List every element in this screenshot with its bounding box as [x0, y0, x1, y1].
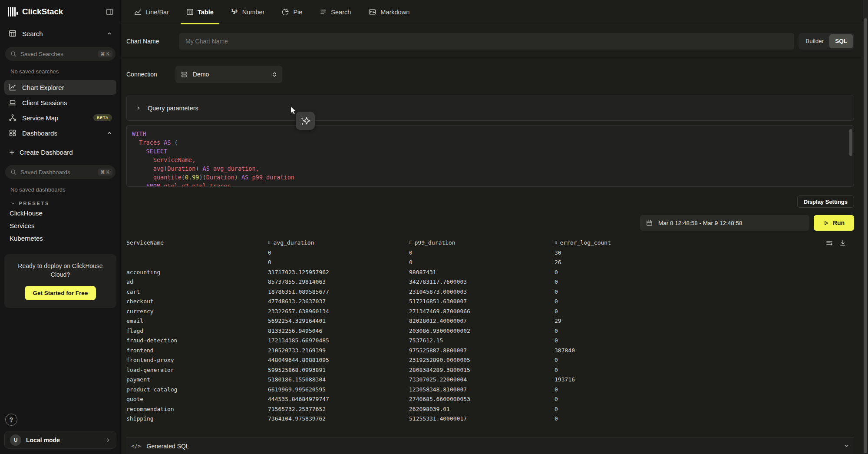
table-cell: 517216851.6300007: [409, 297, 554, 307]
logo-row: ClickStack: [4, 0, 116, 17]
table-cell: frontend: [126, 346, 268, 356]
table-cell: 2740685.6600000053: [409, 394, 554, 404]
magnifier-icon: [10, 51, 17, 57]
date-range-picker[interactable]: Mar 8 12:48:58 - Mar 9 12:48:58: [640, 215, 809, 231]
search-section-icon: [9, 30, 17, 37]
table-settings-icon[interactable]: [826, 239, 833, 246]
sidebar: ClickStack Search Saved Searches ⌘ K No …: [0, 0, 121, 454]
chart-line-icon: [9, 83, 17, 91]
table-cell: cart: [126, 287, 268, 297]
table-cell: 5692254.329164401: [268, 316, 409, 326]
svg-text:3: 3: [235, 9, 237, 13]
tab-table[interactable]: Table: [186, 0, 214, 24]
mode-sql-button[interactable]: SQL: [829, 34, 853, 48]
mouse-cursor: [289, 106, 298, 118]
table-cell: 82028012.40000007: [409, 316, 554, 326]
table-cell: 0: [554, 385, 868, 395]
editor-scrollbar[interactable]: [849, 129, 852, 156]
chart-name-label: Chart Name: [126, 38, 170, 45]
table-cell: 0: [554, 365, 868, 375]
table-cell: flagd: [126, 326, 268, 336]
chevron-up-icon[interactable]: [107, 130, 112, 136]
run-label: Run: [833, 219, 845, 226]
sidebar-item-dashboards[interactable]: Dashboards: [4, 126, 116, 140]
mode-builder-button[interactable]: Builder: [800, 34, 829, 48]
download-icon[interactable]: [839, 239, 846, 246]
shortcut-badge: ⌘ K: [98, 50, 112, 57]
ai-assist-button[interactable]: [296, 112, 315, 130]
table-header-error-log-count[interactable]: ⠿error_log_count: [554, 238, 868, 248]
chart-name-input[interactable]: My Chart Name: [179, 33, 794, 50]
tab-pie[interactable]: Pie: [282, 0, 302, 24]
sidebar-item-chart-explorer[interactable]: Chart Explorer: [4, 80, 116, 95]
sidebar-collapse-icon[interactable]: [106, 8, 114, 16]
sql-line: avg(Duration) AS avg_duration,: [132, 164, 854, 173]
table-header-p99-duration[interactable]: ⠿p99_duration: [409, 238, 554, 248]
preset-services[interactable]: Services: [4, 219, 116, 232]
table-cell: 123058348.8100007: [409, 385, 554, 395]
page-scrollbar-thumb[interactable]: [864, 18, 867, 453]
sql-code: WITH Traces AS ( SELECT ServiceName, avg…: [127, 126, 854, 187]
table-cell: 31717023.125957962: [268, 268, 409, 278]
table-cell: [126, 258, 268, 268]
sql-editor[interactable]: WITH Traces AS ( SELECT ServiceName, avg…: [126, 125, 854, 187]
beta-badge: BETA: [93, 114, 112, 121]
run-button[interactable]: Run: [814, 215, 854, 231]
generated-sql-accordion[interactable]: </> Generated SQL: [126, 437, 854, 454]
cloud-promo-card: Ready to deploy on ClickHouse Cloud? Get…: [4, 254, 116, 308]
tab-markdown[interactable]: Markdown: [368, 0, 409, 24]
table-cell: 2808384289.3800015: [409, 365, 554, 375]
no-saved-dashboards-text: No saved dashboards: [10, 186, 116, 193]
chart-name-placeholder: My Chart Name: [185, 38, 228, 45]
table-cell: 342783117.7600003: [409, 277, 554, 287]
table-cell: email: [126, 316, 268, 326]
sidebar-item-service-map[interactable]: Service MapBETA: [4, 110, 116, 125]
table-cell: 271347469.87000066: [409, 307, 554, 317]
table-cell: 0: [554, 414, 868, 424]
presets-toggle[interactable]: PRESETS: [10, 201, 116, 206]
get-started-button[interactable]: Get Started for Free: [25, 286, 96, 300]
chevron-up-icon[interactable]: [107, 31, 112, 36]
drag-handle-icon[interactable]: ⠿: [409, 238, 412, 248]
saved-searches-input[interactable]: Saved Searches ⌘ K: [5, 47, 116, 61]
table-cell: 26: [554, 258, 868, 268]
table-icon: [186, 8, 194, 16]
table-cell: fraud-detection: [126, 336, 268, 346]
table-cell: 0: [409, 248, 554, 258]
table-cell: 51255331.40000017: [409, 414, 554, 424]
create-dashboard-button[interactable]: Create Dashboard: [4, 146, 116, 159]
play-icon: [823, 220, 829, 226]
table-cell: 98087431: [409, 268, 554, 278]
table-header-servicename[interactable]: ServiceName: [126, 238, 268, 248]
help-button[interactable]: ?: [5, 414, 17, 426]
query-parameters-accordion[interactable]: Query parameters: [126, 96, 854, 121]
preset-kubernetes[interactable]: Kubernetes: [4, 232, 116, 245]
table-header-avg-duration[interactable]: ⠿avg_duration: [268, 238, 409, 248]
date-range-value: Mar 8 12:48:58 - Mar 9 12:48:58: [658, 220, 743, 226]
display-settings-button[interactable]: Display Settings: [797, 196, 854, 208]
drag-handle-icon[interactable]: ⠿: [554, 238, 557, 248]
tab-number[interactable]: 123Number: [231, 0, 265, 24]
connection-select[interactable]: Demo: [175, 66, 282, 83]
table-cell: 172134385.66970485: [268, 336, 409, 346]
tab-search[interactable]: Search: [320, 0, 351, 24]
results-table-wrap: ServiceName⠿avg_duration⠿p99_duration⠿er…: [126, 238, 868, 424]
sidebar-item-search[interactable]: Search: [4, 26, 116, 41]
preset-clickhouse[interactable]: ClickHouse: [4, 207, 116, 219]
table-cell: 231045873.0000003: [409, 287, 554, 297]
table-cell: 0: [268, 258, 409, 268]
table-cell: currency: [126, 307, 268, 317]
table-cell: 23322657.638960134: [268, 307, 409, 317]
drag-handle-icon[interactable]: ⠿: [268, 238, 271, 248]
sidebar-item-client-sessions[interactable]: Client Sessions: [4, 95, 116, 110]
page-scrollbar[interactable]: [863, 0, 868, 454]
table-cell: recommendation: [126, 404, 268, 414]
table-cell: 85737855.29814063: [268, 277, 409, 287]
tab-label: Markdown: [380, 9, 409, 16]
table-cell: 975525887.8800007: [409, 346, 554, 356]
tab-line-bar[interactable]: Line/Bar: [134, 0, 169, 24]
table-cell: 18786351.089585677: [268, 287, 409, 297]
local-mode-button[interactable]: U Local mode: [4, 431, 116, 449]
saved-dashboards-input[interactable]: Saved Dashboards ⌘ K: [5, 165, 116, 179]
table-cell: 444535.84684979747: [268, 394, 409, 404]
